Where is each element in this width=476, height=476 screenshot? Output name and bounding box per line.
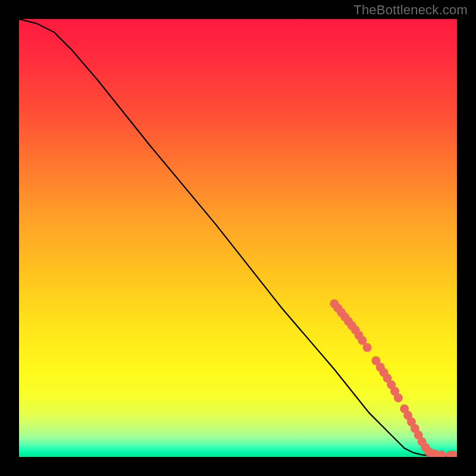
marker-point	[394, 393, 403, 402]
plot-area	[19, 19, 457, 457]
marker-group	[330, 299, 457, 457]
watermark-text: TheBottleneck.com	[353, 2, 468, 18]
chart-svg	[19, 19, 457, 457]
marker-point	[363, 343, 372, 352]
chart-frame: TheBottleneck.com	[0, 0, 476, 476]
